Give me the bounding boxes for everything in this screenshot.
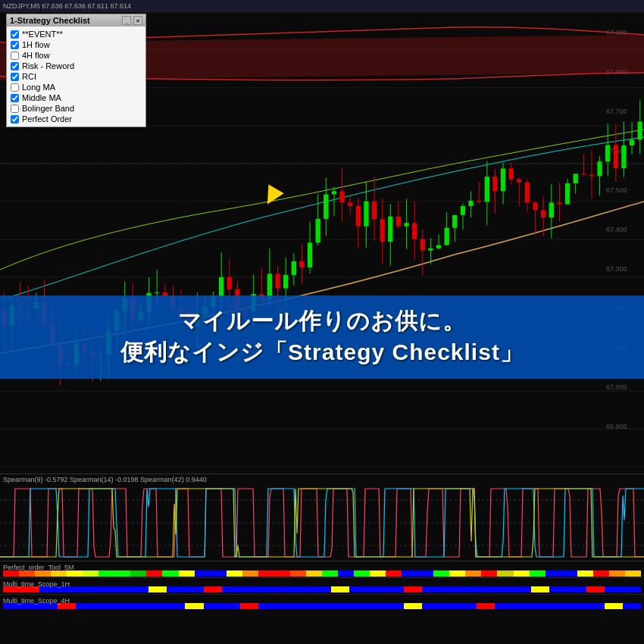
bar-segment	[605, 603, 623, 609]
checklist-checkbox[interactable]	[11, 62, 19, 70]
bar-segment	[295, 586, 313, 592]
checklist-checkbox[interactable]	[11, 105, 19, 113]
bar-segment	[35, 571, 51, 577]
blue-banner: マイルール作りのお供に。 便利なインジ「Strategy Checklist」	[0, 295, 644, 379]
bar-segment	[130, 603, 148, 609]
checklist-item-label: RCI	[22, 72, 36, 81]
bar-segment	[146, 571, 162, 577]
bar-segment	[338, 571, 354, 577]
multi-4h-bar	[3, 603, 641, 609]
bar-segment	[274, 571, 290, 577]
checklist-item-label: Long MA	[22, 83, 55, 92]
bar-segment	[495, 586, 513, 592]
bar-segment	[51, 571, 67, 577]
bar-segment	[204, 586, 222, 592]
bar-segment	[609, 571, 625, 577]
bar-segment	[404, 603, 422, 609]
checklist-item-label: 4H flow	[22, 51, 50, 60]
bar-segment	[295, 603, 313, 609]
bar-segment	[367, 603, 386, 609]
checklist-titlebar[interactable]: 1-Strategy Checklist _ ×	[7, 14, 145, 27]
checklist-item-label: Middle MA	[22, 93, 61, 102]
bar-segment	[277, 586, 295, 592]
bottom-pad	[0, 611, 644, 644]
bar-segment	[130, 586, 148, 592]
bar-segment	[76, 603, 94, 609]
bar-segment	[514, 571, 530, 577]
bar-segment	[593, 571, 609, 577]
spearman-area: Spearman(9) -0.5792 Spearman(14) -0.0198…	[0, 474, 644, 561]
checklist-item-label: Risk - Reword	[22, 61, 74, 70]
bar-segment	[417, 571, 433, 577]
bar-segment	[167, 603, 185, 609]
bar-segment	[465, 571, 481, 577]
multi-1h-bar	[3, 586, 641, 592]
bar-segment	[195, 571, 211, 577]
checklist-title: 1-Strategy Checklist	[10, 16, 90, 25]
checklist-item-label: **EVENT**	[22, 30, 63, 39]
checklist-checkbox[interactable]	[11, 94, 19, 102]
bar-segment	[513, 603, 531, 609]
bar-segment	[605, 586, 623, 592]
bar-segment	[331, 603, 349, 609]
bar-segment	[67, 571, 83, 577]
checklist-checkbox[interactable]	[11, 83, 19, 92]
bar-segment	[477, 603, 495, 609]
bar-segment	[258, 571, 274, 577]
bar-segment	[586, 603, 605, 609]
checklist-checkbox[interactable]	[11, 41, 19, 49]
bar-segment	[185, 603, 203, 609]
bar-segment	[179, 571, 195, 577]
bar-segment	[370, 571, 386, 577]
bar-segment	[19, 571, 35, 577]
bar-segment	[240, 586, 258, 592]
bar-segment	[240, 603, 258, 609]
bar-segment	[349, 586, 367, 592]
bar-segment	[386, 603, 404, 609]
bar-segment	[402, 571, 417, 577]
bar-segment	[586, 586, 605, 592]
close-button[interactable]: ×	[133, 16, 142, 25]
bar-segment	[290, 571, 306, 577]
checklist-item-label: 1H flow	[22, 40, 50, 49]
checklist-item: Perfect Order	[11, 114, 142, 124]
bar-segment	[422, 586, 440, 592]
checklist-item: Risk - Reword	[11, 61, 142, 71]
minimize-button[interactable]: _	[122, 16, 131, 25]
checklist-body: **EVENT**1H flow4H flowRisk - RewordRCIL…	[7, 27, 145, 127]
bar-segment	[567, 603, 586, 609]
perfect-order-label: Perfect_order_Tool_5M	[3, 564, 74, 571]
bar-segment	[481, 571, 497, 577]
bar-segment	[513, 586, 531, 592]
bar-segment	[577, 571, 593, 577]
checklist-item: RCI	[11, 71, 142, 82]
titlebar-buttons: _ ×	[122, 16, 142, 25]
checklist-item-label: Bolinger Band	[22, 104, 74, 113]
bar-segment	[477, 586, 495, 592]
bar-segment	[546, 571, 561, 577]
chart-topbar-text: NZDJPY,M5 67.636 67.636 67.611 67.614	[3, 2, 131, 10]
bar-segment	[322, 571, 338, 577]
spearman-chart	[0, 485, 644, 561]
bar-segment	[386, 586, 404, 592]
checklist-checkbox[interactable]	[11, 30, 19, 39]
spearman-label: Spearman(9) -0.5792 Spearman(14) -0.0198…	[3, 476, 207, 483]
bar-segment	[211, 571, 227, 577]
bar-segment	[227, 571, 242, 577]
chart-topbar: NZDJPY,M5 67.636 67.636 67.611 67.614	[0, 0, 644, 12]
bar-segment	[167, 586, 185, 592]
bar-segment	[549, 603, 567, 609]
checklist-checkbox[interactable]	[11, 115, 19, 123]
bar-segment	[94, 586, 112, 592]
perfect-order-bar	[3, 571, 641, 577]
checklist-checkbox[interactable]	[11, 73, 19, 81]
bar-segment	[258, 603, 277, 609]
checklist-item: Long MA	[11, 82, 142, 92]
bar-segment	[242, 571, 258, 577]
bar-segment	[148, 603, 167, 609]
bar-segment	[367, 586, 386, 592]
checklist-checkbox[interactable]	[11, 52, 19, 60]
bar-segment	[531, 603, 549, 609]
multi-label-1h: Multi_time_Scope_1H	[3, 580, 70, 588]
bar-segment	[222, 603, 240, 609]
